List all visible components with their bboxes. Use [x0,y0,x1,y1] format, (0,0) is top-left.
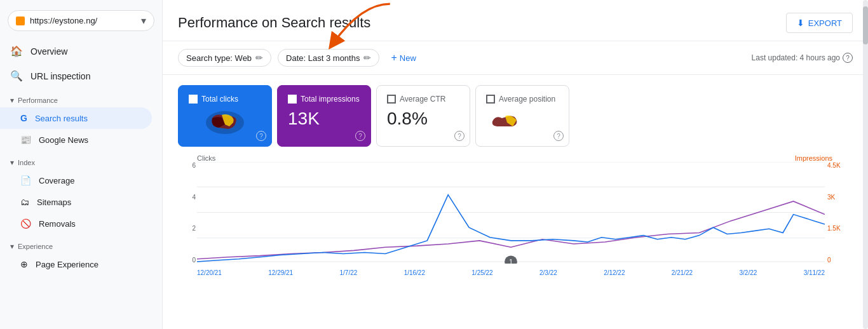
total-clicks-label: Total clicks [189,95,261,104]
home-icon: 🏠 [10,45,23,57]
chart-area: Clicks Impressions 6 4 2 0 4.5K 3K 1.5K … [163,147,868,329]
export-button[interactable]: ⬇ EXPORT [786,13,853,33]
url-selector[interactable]: https://eystone.ng/ ▾ [8,10,154,31]
metric-card-average-ctr[interactable]: Average CTR 0.8% ? [376,85,470,147]
filter-bar: Search type: Web ✏ Date: Last 3 months ✏… [163,41,868,75]
position-thumbnail [486,109,524,131]
search-type-filter[interactable]: Search type: Web ✏ [178,49,271,67]
sidebar-item-url-inspection[interactable]: 🔍 URL inspection [0,64,152,88]
url-inspection-label: URL inspection [31,71,90,81]
plus-icon: + [391,52,397,64]
metrics-row: Total clicks ? Total impressions [163,75,868,147]
average-ctr-label: Average CTR [387,95,459,104]
removals-icon: 🚫 [20,218,31,229]
scrollbar-thumb[interactable] [863,6,868,44]
sidebar-item-removals[interactable]: 🚫 Removals [0,213,152,234]
experience-section-label: Experience [18,243,53,250]
experience-caret: ▾ [10,242,14,251]
last-updated-text: Last updated: 4 hours ago [752,53,840,62]
chart-x-labels: 12/20/21 12/29/21 1/7/22 1/16/22 1/25/22… [197,269,825,276]
last-updated: Last updated: 4 hours ago ? [752,53,853,63]
chart-svg: 1 [197,162,825,264]
search-results-label: Search results [35,114,88,123]
new-filter-button[interactable]: + New [386,49,421,67]
search-type-edit-icon: ✏ [255,53,263,63]
sidebar-item-search-results[interactable]: G Search results [0,107,152,129]
experience-section-header[interactable]: ▾ Experience [0,234,162,253]
sidebar: https://eystone.ng/ ▾ 🏠 Overview 🔍 URL i… [0,0,163,329]
sidebar-item-coverage[interactable]: 📄 Coverage [0,170,152,191]
performance-caret: ▾ [10,96,14,105]
ctr-help-icon[interactable]: ? [454,131,465,141]
impressions-checkbox[interactable] [288,95,297,104]
url-dropdown-arrow: ▾ [141,15,146,27]
export-label: EXPORT [808,18,842,28]
sitemaps-label: Sitemaps [37,198,71,207]
performance-section-label: Performance [18,97,58,104]
metric-card-average-position[interactable]: Average position ? [475,85,569,147]
search-type-label: Search type: Web [186,53,252,63]
sidebar-item-sitemaps[interactable]: 🗂 Sitemaps [0,191,152,213]
date-range-edit-icon: ✏ [363,53,371,63]
removals-label: Removals [39,219,76,229]
sidebar-item-page-experience[interactable]: ⊕ Page Experience [0,253,152,275]
url-favicon [16,17,25,25]
google-news-label: Google News [39,135,88,145]
sidebar-item-google-news[interactable]: 📰 Google News [0,129,152,151]
total-impressions-label: Total impressions [288,95,360,104]
scrollbar[interactable] [863,0,868,329]
average-position-label: Average position [486,95,559,104]
export-icon: ⬇ [797,18,804,28]
position-checkbox[interactable] [486,95,495,104]
overview-label: Overview [31,46,67,57]
chart-y-axis-right: 4.5K 3K 1.5K 0 [827,162,848,264]
last-updated-help-icon[interactable]: ? [843,53,853,63]
news-icon: 📰 [20,135,31,145]
main-header: Performance on Search results ⬇ EXPORT [163,0,868,41]
google-g-icon: G [20,113,27,123]
url-text: https://eystone.ng/ [30,16,136,25]
date-range-label: Date: Last 3 months [286,53,360,63]
page-experience-icon: ⊕ [20,259,28,269]
index-section-label: Index [18,159,35,166]
index-caret: ▾ [10,158,14,167]
coverage-icon: 📄 [20,175,31,185]
coverage-label: Coverage [39,176,74,185]
chart-right-label: Impressions [795,154,832,162]
new-label: New [400,53,416,63]
total-impressions-value: 13K [288,109,360,129]
performance-section-header[interactable]: ▾ Performance [0,88,162,107]
page-title: Performance on Search results [178,15,370,31]
chart-y-axis-left: 6 4 2 0 [178,162,196,264]
position-help-icon[interactable]: ? [553,131,564,141]
chart-container[interactable]: 6 4 2 0 4.5K 3K 1.5K 0 [178,162,853,276]
clicks-help-icon[interactable]: ? [256,131,266,141]
clicks-checkbox[interactable] [189,95,198,104]
index-section-header[interactable]: ▾ Index [0,151,162,170]
date-range-filter[interactable]: Date: Last 3 months ✏ [278,49,379,67]
sidebar-item-overview[interactable]: 🏠 Overview [0,39,152,64]
ctr-checkbox[interactable] [387,95,396,104]
sitemaps-icon: 🗂 [20,197,29,207]
search-icon: 🔍 [10,70,23,82]
clicks-thumbnail [203,109,247,137]
average-ctr-value: 0.8% [387,109,459,129]
metric-card-total-clicks[interactable]: Total clicks ? [178,85,272,147]
chart-svg-wrapper[interactable]: 1 [197,162,825,264]
svg-text:1: 1 [509,258,513,264]
impressions-help-icon[interactable]: ? [355,131,365,141]
metric-card-total-impressions[interactable]: Total impressions 13K ? [277,85,371,147]
main-content: Performance on Search results ⬇ EXPORT S… [163,0,868,329]
chart-left-label: Clicks [197,154,215,162]
page-experience-label: Page Experience [36,260,98,269]
